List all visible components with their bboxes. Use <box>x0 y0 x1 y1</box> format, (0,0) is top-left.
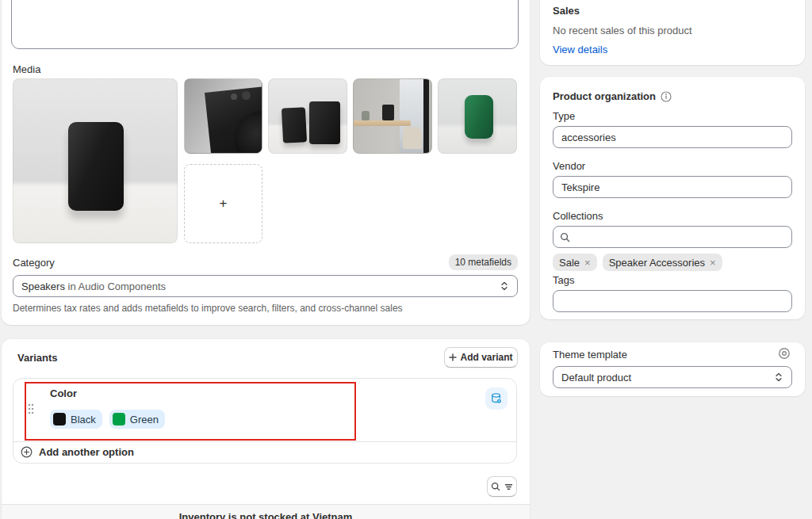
category-help-text: Determines tax rates and adds metafields… <box>13 303 403 314</box>
info-icon[interactable] <box>661 91 672 102</box>
chevron-updown-icon <box>774 372 783 383</box>
add-media-tile[interactable]: + <box>184 164 262 243</box>
search-icon <box>560 232 570 242</box>
database-icon <box>490 392 503 405</box>
add-variant-button[interactable]: Add variant <box>444 347 518 368</box>
vendor-input[interactable] <box>553 176 792 198</box>
add-another-option-label: Add another option <box>39 446 134 458</box>
type-label: Type <box>553 110 575 122</box>
type-input[interactable] <box>553 126 792 148</box>
add-variant-label: Add variant <box>460 352 512 363</box>
collection-chip-label: Sale <box>559 257 580 269</box>
close-icon[interactable]: × <box>710 257 716 269</box>
tags-label: Tags <box>553 274 574 286</box>
product-detail-page: { "icons": { "plus": "+", "close": "×" }… <box>0 0 812 519</box>
knob-shape <box>242 91 251 100</box>
filter-icon <box>504 483 513 491</box>
media-thumbnail-5[interactable] <box>438 78 517 154</box>
eye-icon[interactable] <box>778 347 791 360</box>
media-label: Media <box>13 63 40 75</box>
theme-template-value: Default product <box>561 372 631 384</box>
window-frame-shape <box>423 79 429 154</box>
variants-title: Variants <box>17 352 58 364</box>
plant-shape <box>362 111 370 120</box>
search-filter-button[interactable] <box>487 476 517 497</box>
plus-icon <box>449 353 457 361</box>
option-box-divider <box>13 441 516 442</box>
sales-title: Sales <box>553 5 580 17</box>
description-textarea[interactable] <box>11 0 519 49</box>
collection-chip-speaker-accessories[interactable]: Speaker Accessories × <box>603 254 722 271</box>
shelf-shape <box>354 120 411 126</box>
theme-template-title: Theme template <box>553 349 627 361</box>
collections-search-input[interactable] <box>575 231 785 243</box>
category-select[interactable]: Speakers in Audio Components <box>13 275 518 297</box>
media-thumbnail-3[interactable] <box>268 78 347 154</box>
category-value-secondary: in Audio Components <box>65 280 166 292</box>
metafields-badge[interactable]: 10 metafields <box>449 254 518 270</box>
collection-chip-label: Speaker Accessories <box>609 257 705 269</box>
close-icon[interactable]: × <box>584 257 591 269</box>
theme-template-select[interactable]: Default product <box>553 366 792 388</box>
inventory-banner-text: Inventory is not stocked at Vietnam <box>179 511 353 519</box>
speaker-shape <box>282 107 307 143</box>
collections-chips-row: Sale × Speaker Accessories × <box>553 254 722 271</box>
category-label: Category <box>13 257 55 269</box>
plus-circle-icon <box>21 446 33 458</box>
annotation-red-box <box>25 382 356 441</box>
media-thumbnail-4[interactable] <box>353 78 432 154</box>
speaker-shape <box>382 105 394 120</box>
view-details-link[interactable]: View details <box>553 44 607 55</box>
media-thumbnail-2[interactable] <box>184 78 262 154</box>
speaker-shape <box>465 95 493 139</box>
knob-shape <box>231 93 237 100</box>
speaker-shape <box>68 122 124 211</box>
chevron-updown-icon <box>500 280 509 292</box>
chair-shape <box>403 127 422 149</box>
collections-label: Collections <box>553 210 603 222</box>
speaker-shape <box>309 101 340 144</box>
collection-chip-sale[interactable]: Sale × <box>553 254 597 271</box>
vendor-label: Vendor <box>553 160 585 172</box>
collections-search-field[interactable] <box>553 226 792 248</box>
media-thumbnail-1[interactable] <box>13 78 178 243</box>
product-organization-card <box>540 77 805 319</box>
search-icon <box>491 482 500 491</box>
plus-icon: + <box>220 196 228 212</box>
add-another-option-button[interactable]: Add another option <box>21 446 134 458</box>
metaobject-database-button[interactable] <box>485 387 508 410</box>
sales-message: No recent sales of this product <box>553 25 692 36</box>
inventory-banner: Inventory is not stocked at Vietnam <box>2 505 530 519</box>
category-value: Speakers <box>21 280 65 292</box>
product-organization-header: Product organization <box>553 90 672 102</box>
product-organization-title: Product organization <box>553 90 656 102</box>
tags-input[interactable] <box>553 290 792 312</box>
